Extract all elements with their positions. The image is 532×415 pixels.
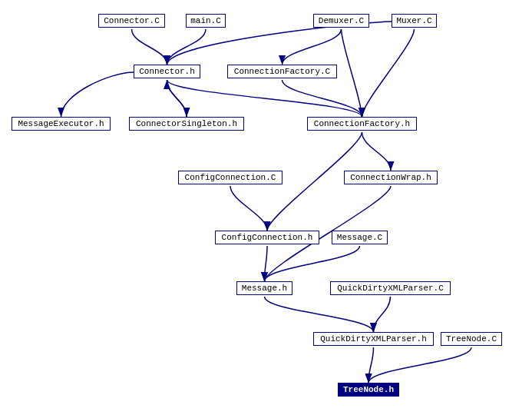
node-TreeNodeC: TreeNode.C xyxy=(441,332,502,346)
node-ConnectorSingletonH: ConnectorSingleton.h xyxy=(129,117,244,131)
diagram-container: Connector.Cmain.CDemuxer.CMuxer.CConnect… xyxy=(0,0,532,415)
node-ConnectorH: Connector.h xyxy=(134,65,200,78)
node-MuxerC: Muxer.C xyxy=(392,14,437,28)
node-QuickDirtyXMLParserH: QuickDirtyXMLParser.h xyxy=(313,332,434,346)
node-MessageH: Message.h xyxy=(236,281,292,295)
node-ConnectionFactoryH: ConnectionFactory.h xyxy=(307,117,417,131)
node-ConfigConnectionH: ConfigConnection.h xyxy=(215,231,319,244)
node-DemuxerC: Demuxer.C xyxy=(313,14,369,28)
node-MessageC: Message.C xyxy=(332,231,388,244)
node-mainC: main.C xyxy=(186,14,226,28)
node-ConnectorC: Connector.C xyxy=(98,14,165,28)
node-ConfigConnectionC: ConfigConnection.C xyxy=(178,171,283,184)
arrows-svg xyxy=(0,0,532,415)
node-QuickDirtyXMLParserC: QuickDirtyXMLParser.C xyxy=(330,281,451,295)
node-ConnectionFactoryC: ConnectionFactory.C xyxy=(227,65,337,78)
node-TreeNodeH: TreeNode.h xyxy=(338,383,399,397)
node-ConnectionWrapH: ConnectionWrap.h xyxy=(344,171,438,184)
node-MessageExecutorH: MessageExecutor.h xyxy=(12,117,111,131)
